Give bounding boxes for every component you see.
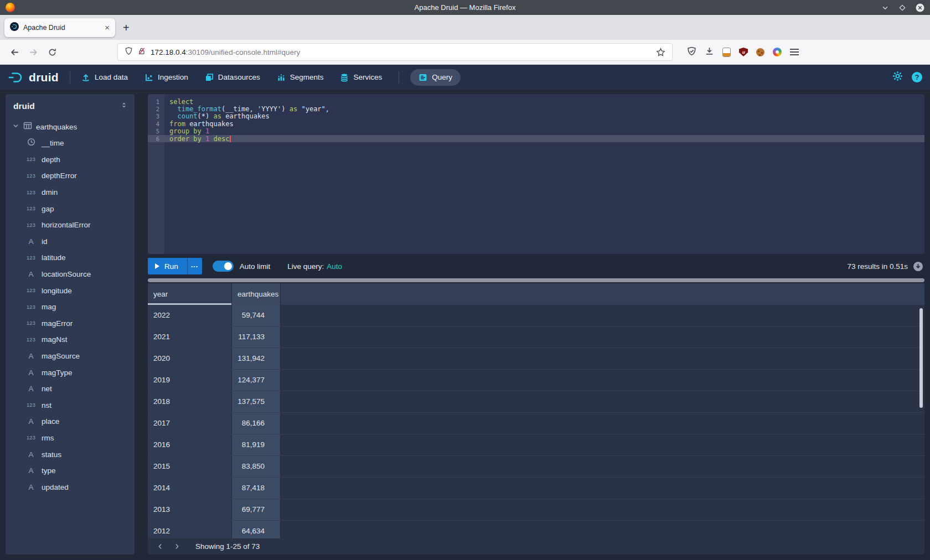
column-item-net[interactable]: Anet <box>6 381 135 397</box>
schema-selector[interactable]: druid <box>6 94 135 118</box>
column-item-depth[interactable]: 123depth <box>6 152 135 168</box>
next-page-icon[interactable] <box>172 543 181 550</box>
cell-earthquakes[interactable]: 83,850 <box>232 456 281 477</box>
double-caret-icon[interactable] <box>120 101 128 111</box>
column-item-gap[interactable]: 123gap <box>6 200 135 217</box>
code-line-6: 6order by 1 desc <box>148 135 924 142</box>
downloads-icon[interactable] <box>705 46 714 58</box>
result-row-2021: 2021117,133 <box>148 326 924 348</box>
ingestion-icon <box>144 73 153 82</box>
column-item-locationsource[interactable]: AlocationSource <box>6 266 135 283</box>
close-icon[interactable] <box>916 3 924 12</box>
prev-page-icon[interactable] <box>156 543 164 550</box>
number-type-icon: 123 <box>25 255 37 261</box>
column-item-nst[interactable]: 123nst <box>6 397 135 414</box>
chevron-down-icon[interactable] <box>12 122 19 132</box>
gear-icon[interactable] <box>892 71 903 84</box>
sql-editor[interactable]: 1select2 time_format(__time, 'YYYY') as … <box>148 94 924 254</box>
nav-item-ingestion[interactable]: Ingestion <box>144 73 188 82</box>
line-number: 1 <box>148 98 164 105</box>
column-name: nst <box>42 401 51 409</box>
column-item-horizontalerror[interactable]: 123horizontalError <box>6 217 135 234</box>
browser-tab[interactable]: Apache Druid × <box>4 18 115 37</box>
cell-year[interactable]: 2012 <box>148 521 232 538</box>
extension-jar-icon[interactable] <box>722 48 731 57</box>
cell-year[interactable]: 2022 <box>148 305 232 326</box>
protections-shield-icon[interactable] <box>687 46 696 58</box>
column-item-id[interactable]: Aid <box>6 234 135 250</box>
column-item-deptherror[interactable]: 123depthError <box>6 168 135 184</box>
bookmark-star-icon[interactable] <box>656 48 665 57</box>
ublock-extension-icon[interactable]: u <box>739 48 748 56</box>
tab-query[interactable]: Query <box>410 69 461 86</box>
column-item-rms[interactable]: 123rms <box>6 430 135 447</box>
cell-earthquakes[interactable]: 81,919 <box>232 434 281 455</box>
pagination: Showing 1-25 of 73 <box>148 538 924 554</box>
cell-year[interactable]: 2020 <box>148 348 232 369</box>
cell-earthquakes[interactable]: 59,744 <box>232 305 281 326</box>
nav-item-services[interactable]: Services <box>340 73 382 82</box>
cookie-extension-icon[interactable] <box>756 48 764 56</box>
column-item-longitude[interactable]: 123longitude <box>6 282 135 299</box>
cell-year[interactable]: 2015 <box>148 456 232 477</box>
tab-close-icon[interactable]: × <box>105 23 110 32</box>
column-item-magtype[interactable]: AmagType <box>6 364 135 381</box>
address-bar[interactable]: 172.18.0.4:30109/unified-console.html#qu… <box>117 43 673 61</box>
column-item-status[interactable]: Astatus <box>6 446 135 463</box>
cell-year[interactable]: 2018 <box>148 391 232 412</box>
forward-icon[interactable] <box>25 44 41 60</box>
column-name: magType <box>42 369 73 377</box>
cell-earthquakes[interactable]: 117,133 <box>232 326 281 348</box>
live-query-value[interactable]: Auto <box>327 262 342 271</box>
download-results-icon[interactable] <box>913 261 923 272</box>
query-icon <box>418 73 427 82</box>
shield-icon[interactable] <box>125 46 133 58</box>
header-year[interactable]: year <box>148 283 232 305</box>
header-earthquakes[interactable]: earthquakes <box>232 283 281 305</box>
sidebar-item-earthquakes[interactable]: earthquakes <box>6 118 135 135</box>
back-icon[interactable] <box>7 44 22 60</box>
column-item-latitude[interactable]: 123latitude <box>6 250 135 266</box>
column-item-updated[interactable]: Aupdated <box>6 479 135 495</box>
column-item-mag[interactable]: 123mag <box>6 299 135 315</box>
cell-year[interactable]: 2016 <box>148 434 232 455</box>
vertical-scrollbar[interactable] <box>919 308 923 408</box>
run-more-button[interactable]: ••• <box>187 258 202 274</box>
druid-logo[interactable]: druid <box>8 71 59 84</box>
run-button[interactable]: Run <box>148 258 187 274</box>
column-item-magsource[interactable]: AmagSource <box>6 348 135 365</box>
auto-limit-toggle[interactable] <box>213 261 234 272</box>
cell-earthquakes[interactable]: 87,418 <box>232 478 281 499</box>
cell-year[interactable]: 2019 <box>148 370 232 391</box>
cell-earthquakes[interactable]: 124,377 <box>232 370 281 391</box>
nav-item-load-data[interactable]: Load data <box>81 73 128 82</box>
insecure-lock-icon[interactable] <box>138 47 146 58</box>
column-item-place[interactable]: Aplace <box>6 413 135 430</box>
cell-year[interactable]: 2013 <box>148 499 232 520</box>
cell-year[interactable]: 2017 <box>148 413 232 434</box>
cell-year[interactable]: 2014 <box>148 478 232 499</box>
column-item-type[interactable]: Atype <box>6 463 135 479</box>
cell-earthquakes[interactable]: 137,575 <box>232 391 281 412</box>
column-item--time[interactable]: __time <box>6 135 135 152</box>
nav-item-datasources[interactable]: Datasources <box>205 73 260 82</box>
cell-earthquakes[interactable]: 69,777 <box>232 499 281 520</box>
column-item-dmin[interactable]: 123dmin <box>6 184 135 201</box>
cell-earthquakes[interactable]: 131,942 <box>232 348 281 369</box>
menu-icon[interactable] <box>790 49 799 50</box>
druid-logo-icon <box>8 71 25 84</box>
cell-earthquakes[interactable]: 64,634 <box>232 521 281 538</box>
horizontal-scrollbar[interactable] <box>148 278 924 282</box>
minimize-icon[interactable] <box>881 4 889 12</box>
help-icon[interactable]: ? <box>912 72 922 82</box>
cell-year[interactable]: 2021 <box>148 326 232 348</box>
cell-earthquakes[interactable]: 86,166 <box>232 413 281 434</box>
pinwheel-extension-icon[interactable] <box>773 48 782 56</box>
column-item-magnst[interactable]: 123magNst <box>6 331 135 348</box>
maximize-icon[interactable] <box>898 4 906 12</box>
reload-icon[interactable] <box>44 44 60 60</box>
column-item-magerror[interactable]: 123magError <box>6 315 135 332</box>
new-tab-button[interactable]: + <box>123 22 130 33</box>
auto-limit-label: Auto limit <box>240 262 271 271</box>
nav-item-segments[interactable]: Segments <box>277 73 324 82</box>
